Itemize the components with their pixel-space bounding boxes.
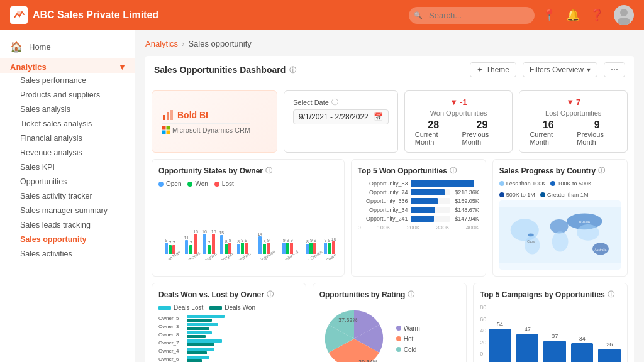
date-info-icon[interactable]: ⓘ bbox=[331, 97, 338, 107]
chart-opportunity-states: Opportunity States by Owner ⓘ Open Won L… bbox=[152, 159, 345, 277]
y-60: 60 bbox=[480, 316, 486, 322]
lost-badge: ▼ 7 bbox=[566, 97, 580, 107]
charts-row1: Opportunity States by Owner ⓘ Open Won L… bbox=[152, 159, 628, 277]
sidebar-item-1[interactable]: Products and suppliers bbox=[0, 87, 135, 102]
chart2-title: Top 5 Won Opportunities ⓘ bbox=[358, 166, 479, 175]
breadcrumb: Analytics › Sales opportunity bbox=[145, 39, 634, 48]
axis-400k: 400K bbox=[466, 224, 479, 231]
pie-wrap: 37.32% 29.34% Warm Hot Cold bbox=[319, 304, 460, 362]
chart2-info[interactable]: ⓘ bbox=[450, 166, 457, 175]
chart4-title: Deals Won vs. Lost by Owner ⓘ bbox=[158, 290, 299, 299]
bar-chart-states: 977Kevin Man11716Symonds16716Hayden1589M… bbox=[158, 191, 338, 260]
chart-sales-country: Sales Progress by Country ⓘ Less than 10… bbox=[492, 159, 628, 277]
sidebar-item-0[interactable]: Sales performance bbox=[0, 73, 135, 87]
top-row: Bold BI Microsoft Dynamics CRM Select Da… bbox=[152, 90, 628, 153]
sidebar-item-8[interactable]: Sales activity tracker bbox=[0, 189, 135, 203]
lost-previous: 9 Previous Month bbox=[577, 119, 617, 146]
chart-opp-rating: Opportunities by Rating ⓘ bbox=[313, 283, 467, 362]
sidebar-item-4[interactable]: Financial analysis bbox=[0, 131, 135, 145]
map-legend-1: Less than 100K bbox=[499, 180, 546, 187]
axis-300k: 300K bbox=[436, 224, 450, 231]
svg-point-15 bbox=[552, 231, 569, 251]
sidebar-item-6[interactable]: Sales KPI bbox=[0, 160, 135, 174]
chart3-title: Sales Progress by Country ⓘ bbox=[499, 166, 621, 175]
chart5-title: Opportunities by Rating ⓘ bbox=[319, 290, 460, 299]
dashboard-header: Sales Opportunities Dashboard ⓘ ✦ Theme … bbox=[145, 56, 634, 84]
chart3-info[interactable]: ⓘ bbox=[598, 166, 605, 175]
sidebar-item-7[interactable]: Opportunities bbox=[0, 174, 135, 189]
chart5-info[interactable]: ⓘ bbox=[408, 290, 414, 299]
won-metric-row: 28 Current Month 29 Previous Month bbox=[415, 119, 502, 146]
map-visual: Russia Australia Cuba bbox=[499, 200, 621, 270]
logo-icon bbox=[10, 6, 28, 24]
sidebar-item-5[interactable]: Revenue analysis bbox=[0, 145, 135, 160]
legend-deals-won: Deals Won bbox=[209, 304, 255, 311]
won-previous: 29 Previous Month bbox=[462, 119, 502, 146]
home-label: Home bbox=[29, 42, 51, 52]
won-prev-label: Previous Month bbox=[462, 131, 502, 146]
sidebar-item-3[interactable]: Ticket sales analysis bbox=[0, 116, 135, 131]
help-icon[interactable]: ❓ bbox=[590, 8, 604, 22]
axis-200k: 200K bbox=[407, 224, 420, 231]
lost-current: 16 Current Month bbox=[530, 119, 567, 146]
svg-rect-8 bbox=[162, 131, 166, 134]
sidebar-item-home[interactable]: 🏠 Home bbox=[0, 35, 135, 58]
ms-logo: Microsoft Dynamics CRM bbox=[162, 123, 250, 134]
dashboard-info-icon[interactable]: ⓘ bbox=[289, 65, 296, 75]
more-button[interactable]: ⋯ bbox=[604, 62, 625, 77]
won-prev-num: 29 bbox=[477, 119, 488, 131]
chevron-down-icon: ▾ bbox=[120, 62, 125, 72]
date-input[interactable]: 9/1/2021 - 2/28/2022 📅 bbox=[293, 109, 389, 124]
lost-prev-num: 9 bbox=[594, 119, 600, 131]
sidebar-item-10[interactable]: Sales leads tracking bbox=[0, 217, 135, 232]
y-20: 20 bbox=[480, 339, 486, 346]
breadcrumb-parent[interactable]: Analytics bbox=[145, 39, 178, 48]
theme-button[interactable]: ✦ Theme bbox=[470, 62, 516, 77]
chart4-info[interactable]: ⓘ bbox=[267, 290, 274, 299]
sidebar-section-analytics[interactable]: Analytics ▾ bbox=[0, 58, 135, 73]
chart6-container: 80 60 40 20 0 5447373426 bbox=[480, 304, 621, 362]
date-label-text: Select Date bbox=[293, 99, 329, 106]
dashboard-body: Bold BI Microsoft Dynamics CRM Select Da… bbox=[145, 84, 634, 362]
chart1-info[interactable]: ⓘ bbox=[265, 166, 272, 175]
avatar[interactable] bbox=[614, 5, 634, 25]
sidebar-item-2[interactable]: Sales analysis bbox=[0, 102, 135, 116]
chevron-down-icon: ▾ bbox=[587, 65, 591, 74]
sidebar-subitems: Sales performanceProducts and suppliersS… bbox=[0, 73, 135, 261]
svg-text:Russia: Russia bbox=[579, 220, 590, 224]
svg-point-14 bbox=[550, 219, 568, 234]
chart-top5-won: Top 5 Won Opportunities ⓘ Opportunity_83… bbox=[351, 159, 486, 277]
main-content: Analytics › Sales opportunity Sales Oppo… bbox=[135, 30, 644, 362]
svg-rect-3 bbox=[163, 115, 165, 120]
down-arrow-icon: ▼ bbox=[566, 97, 574, 107]
legend-lost: Lost bbox=[214, 180, 234, 187]
map-l3: 500K to 1M bbox=[506, 192, 535, 198]
app-name: ABC Sales Private Limited bbox=[33, 9, 158, 21]
chart-campaigns: Top 5 Campaigns by Opportunities ⓘ 80 60… bbox=[473, 283, 628, 362]
won-current-label: Current Month bbox=[415, 131, 452, 146]
svg-point-13 bbox=[525, 236, 540, 255]
main-inner: Analytics › Sales opportunity Sales Oppo… bbox=[135, 30, 644, 362]
lost-prev-label: Previous Month bbox=[577, 131, 617, 146]
filters-button[interactable]: Filters Overview ▾ bbox=[523, 62, 597, 77]
sidebar-item-9[interactable]: Sales manager summary bbox=[0, 203, 135, 217]
svg-point-0 bbox=[17, 11, 21, 14]
location-icon[interactable]: 📍 bbox=[542, 8, 556, 22]
chart-deals-owner: Deals Won vs. Lost by Owner ⓘ Deals Lost… bbox=[152, 283, 306, 362]
svg-point-18 bbox=[577, 224, 599, 241]
metric-won-top: ▼ -1 bbox=[415, 97, 502, 107]
chart1-legend: Open Won Lost bbox=[158, 180, 338, 187]
bell-icon[interactable]: 🔔 bbox=[566, 8, 580, 22]
ms-dynamics-text: Microsoft Dynamics CRM bbox=[172, 126, 250, 134]
metric-won-opportunities: ▼ -1 Won Opportunities 28 Current Month bbox=[404, 90, 513, 153]
chart3-title-text: Sales Progress by Country bbox=[499, 167, 596, 175]
warm-label: Warm bbox=[404, 325, 420, 332]
search-input[interactable] bbox=[409, 7, 535, 24]
dw-label: Deals Won bbox=[225, 304, 255, 311]
chart6-info[interactable]: ⓘ bbox=[608, 290, 614, 299]
deals-hbar-chart: Owner_5Owner_3Owner_8Owner_7Owner_4Owner… bbox=[158, 315, 299, 362]
sidebar-item-11[interactable]: Sales opportunity bbox=[0, 232, 135, 246]
chart1-title-text: Opportunity States by Owner bbox=[158, 167, 263, 175]
sidebar-item-12[interactable]: Sales activities bbox=[0, 246, 135, 261]
legend-lost-label: Lost bbox=[222, 180, 234, 187]
